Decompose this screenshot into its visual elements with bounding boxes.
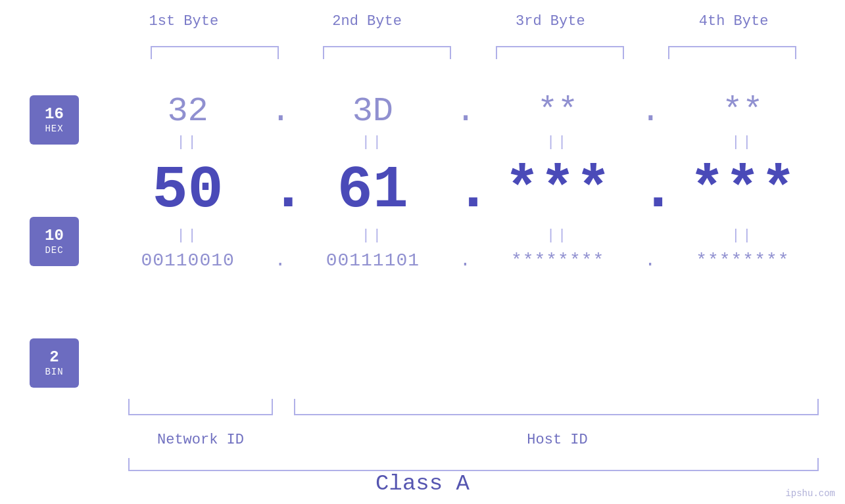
bin-byte4: ********	[660, 250, 825, 271]
hex-dot1: .	[270, 92, 290, 131]
class-label: Class A	[0, 471, 845, 496]
dec-badge-type: DEC	[45, 245, 63, 256]
dec-dot1: .	[270, 157, 290, 224]
eq2-b3: ||	[475, 227, 640, 244]
dec-row: 50 . 61 . *** . ***	[105, 157, 825, 224]
host-id-label: Host ID	[296, 432, 819, 448]
bracket-top-1	[151, 46, 279, 59]
hex-badge: 16 HEX	[30, 95, 79, 145]
bin-dot1: .	[270, 250, 290, 271]
byte4-header: 4th Byte	[662, 13, 806, 30]
hex-dot2: .	[456, 92, 475, 131]
bin-badge-type: BIN	[45, 367, 63, 377]
bracket-top-2	[323, 46, 451, 59]
equals-row-1: || || || ||	[105, 134, 825, 150]
dec-byte1: 50	[105, 161, 270, 220]
big-bottom-bracket	[128, 458, 819, 471]
eq2-b1: ||	[105, 227, 270, 244]
hex-byte2: 3D	[290, 92, 455, 131]
watermark: ipshu.com	[785, 488, 835, 499]
bin-badge-num: 2	[49, 349, 59, 366]
dec-dot3: .	[640, 157, 660, 224]
eq1-b3: ||	[475, 134, 640, 150]
content-rows: 32 . 3D . ** . ** || || || || 50 . 61 . …	[105, 85, 825, 271]
hex-dot3: .	[640, 92, 660, 131]
network-bracket	[128, 399, 273, 415]
dec-byte3: ***	[475, 161, 640, 220]
eq1-b4: ||	[660, 134, 825, 150]
hex-byte1: 32	[105, 92, 270, 131]
badges-column: 16 HEX 10 DEC 2 BIN	[30, 95, 79, 388]
dec-byte4: ***	[660, 161, 825, 220]
hex-badge-num: 16	[45, 106, 64, 123]
hex-byte3: **	[475, 92, 640, 131]
eq2-b2: ||	[290, 227, 455, 244]
bracket-top-3	[496, 46, 624, 59]
top-brackets	[128, 46, 819, 59]
equals-row-2: || || || ||	[105, 227, 825, 244]
bottom-bracket-area	[128, 399, 819, 425]
dec-badge-num: 10	[45, 227, 64, 244]
dec-byte2: 61	[290, 161, 455, 220]
bin-badge: 2 BIN	[30, 338, 79, 388]
byte-headers: 1st Byte 2nd Byte 3rd Byte 4th Byte	[92, 13, 825, 30]
bin-row: 00110010 . 00111101 . ******** . *******…	[105, 250, 825, 271]
hex-byte4: **	[660, 92, 825, 131]
byte1-header: 1st Byte	[111, 13, 256, 30]
eq1-b2: ||	[290, 134, 455, 150]
byte3-header: 3rd Byte	[478, 13, 623, 30]
network-id-label: Network ID	[128, 432, 273, 448]
hex-badge-type: HEX	[45, 124, 63, 134]
byte2-header: 2nd Byte	[295, 13, 439, 30]
host-bracket	[294, 399, 819, 415]
bin-byte2: 00111101	[290, 250, 455, 271]
main-container: 1st Byte 2nd Byte 3rd Byte 4th Byte 16 H…	[0, 0, 845, 504]
eq2-b4: ||	[660, 227, 825, 244]
bin-byte1: 00110010	[105, 250, 270, 271]
dec-badge: 10 DEC	[30, 217, 79, 266]
bin-dot3: .	[640, 250, 660, 271]
bracket-top-4	[668, 46, 796, 59]
eq1-b1: ||	[105, 134, 270, 150]
bin-dot2: .	[456, 250, 475, 271]
bin-byte3: ********	[475, 250, 640, 271]
hex-row: 32 . 3D . ** . **	[105, 92, 825, 131]
dec-dot2: .	[456, 157, 475, 224]
